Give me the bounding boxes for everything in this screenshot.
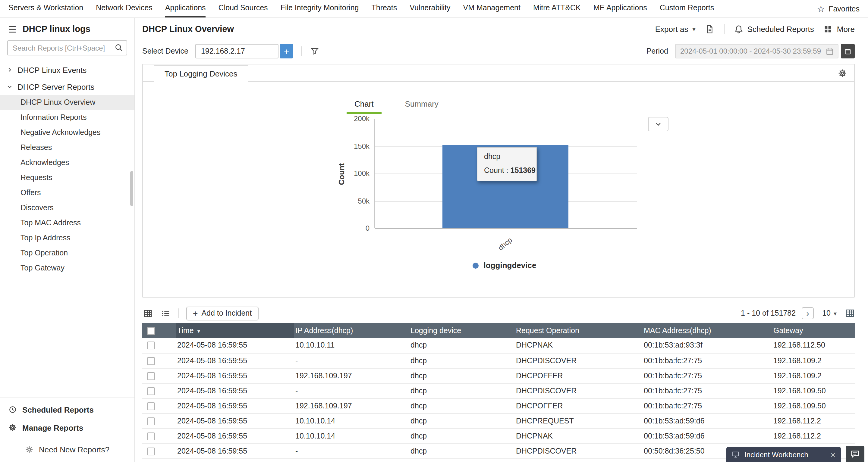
tab-summary[interactable]: Summary — [397, 99, 446, 114]
row-checkbox[interactable] — [147, 357, 155, 365]
row-checkbox[interactable] — [147, 372, 155, 380]
export-file-icon[interactable] — [705, 24, 714, 33]
row-checkbox[interactable] — [147, 342, 155, 350]
chart-view-tabs: Chart Summary — [347, 99, 446, 114]
table-row: 2024-05-08 16:59:55-dhcpDHCPDISCOVER00:1… — [142, 383, 855, 398]
sidebar-tree: DHCP Linux EventsDHCP Server ReportsDHCP… — [0, 61, 134, 397]
more-button[interactable]: More — [824, 24, 855, 33]
row-checkbox[interactable] — [147, 402, 155, 410]
sidebar-group[interactable]: DHCP Server Reports — [0, 78, 134, 95]
sidebar-item[interactable]: Top MAC Address — [0, 216, 134, 231]
close-icon[interactable]: × — [831, 450, 835, 459]
cell: 192.168.109.50 — [772, 383, 855, 398]
sidebar-scheduled-reports[interactable]: Scheduled Reports — [0, 401, 134, 419]
row-checkbox[interactable] — [147, 417, 155, 425]
nav-item-vm-management[interactable]: VM Management — [463, 0, 521, 18]
cell: DHCPDISCOVER — [515, 383, 643, 398]
cell: 192.168.109.2 — [772, 368, 855, 383]
nav-item-network-devices[interactable]: Network Devices — [96, 0, 153, 18]
period-input[interactable]: 2024-05-01 00:00:00 - 2024-05-30 23:59:5… — [675, 44, 838, 59]
cell — [294, 458, 409, 462]
sidebar-item[interactable]: Requests — [0, 170, 134, 186]
nav-item-servers-workstation[interactable]: Servers & Workstation — [8, 0, 83, 18]
scheduled-reports-label: Scheduled Reports — [22, 405, 94, 414]
nav-item-file-integrity-monitoring[interactable]: File Integrity Monitoring — [281, 0, 359, 18]
manage-reports-label: Manage Reports — [22, 423, 83, 432]
nav-item-threats[interactable]: Threats — [371, 0, 397, 18]
sidebar-group[interactable]: DHCP Linux Events — [0, 61, 134, 78]
chart-area: Chart Summary Count 200k150k100k50k0 dhc… — [143, 82, 854, 297]
need-new-reports-link[interactable]: Need New Reports? — [0, 437, 134, 462]
nav-item-mitre-att-ck[interactable]: Mitre ATT&CK — [533, 0, 581, 18]
select-all-checkbox[interactable] — [147, 327, 155, 335]
chevron-down-icon: ▾ — [834, 310, 837, 317]
sidebar-manage-reports[interactable]: Manage Reports — [0, 419, 134, 437]
column-header[interactable]: Gateway — [772, 323, 855, 338]
collapse-chart-button[interactable] — [648, 117, 669, 131]
sidebar-item[interactable]: DHCP Linux Overview — [0, 95, 134, 110]
filter-icon[interactable] — [311, 47, 319, 56]
clock-icon — [8, 405, 17, 414]
cell: 2024-05-08 16:59:55 — [176, 353, 294, 368]
pagination-range: 1 - 10 of 151782 — [741, 309, 796, 318]
cell: dhcp — [409, 383, 515, 398]
tab-top-logging-devices[interactable]: Top Logging Devices — [154, 65, 248, 82]
column-header[interactable]: Time▾ — [176, 323, 294, 338]
sidebar-item[interactable]: Negative Acknowledges — [0, 125, 134, 140]
export-as-button[interactable]: Export as ▾ — [655, 24, 695, 33]
sidebar-item[interactable]: Top Ip Address — [0, 231, 134, 246]
column-header[interactable]: Request Operation — [515, 323, 643, 338]
nav-item-applications[interactable]: Applications — [165, 0, 206, 18]
search-icon[interactable] — [115, 43, 123, 54]
next-page-button[interactable]: › — [802, 307, 814, 319]
sidebar-item[interactable]: Top Gateway — [0, 261, 134, 276]
cell: 2024-05-08 16:59:55 — [176, 398, 294, 413]
column-header[interactable]: MAC Address(dhcp) — [643, 323, 772, 338]
chat-button[interactable] — [846, 446, 864, 462]
cell: 192.168.109.197 — [294, 368, 409, 383]
cell: DHCPOFFER — [515, 368, 643, 383]
tab-chart[interactable]: Chart — [347, 99, 381, 114]
row-checkbox[interactable] — [147, 447, 155, 455]
export-table-icon[interactable] — [845, 308, 855, 318]
row-checkbox[interactable] — [147, 387, 155, 395]
nav-item-cloud-sources[interactable]: Cloud Sources — [218, 0, 268, 18]
cell: 192.168.112.2 — [772, 413, 855, 428]
sidebar-item[interactable]: Releases — [0, 140, 134, 156]
favorites-button[interactable]: ☆ Favorites — [817, 0, 860, 18]
chart-legend[interactable]: loggingdevice — [348, 261, 661, 270]
nav-item-custom-reports[interactable]: Custom Reports — [660, 0, 714, 18]
add-to-incident-button[interactable]: + Add to Incident — [186, 306, 258, 320]
sidebar-item[interactable]: Acknowledges — [0, 156, 134, 170]
column-header[interactable]: IP Address(dhcp) — [294, 323, 409, 338]
cell: 192.168.112.2 — [772, 428, 855, 443]
chevron-right-icon — [7, 67, 13, 73]
tooltip-series-name: dhcp — [484, 153, 536, 161]
cell: 10.10.10.11 — [294, 338, 409, 353]
list-view-button[interactable] — [160, 307, 171, 319]
calendar-button[interactable] — [841, 44, 855, 59]
device-input[interactable] — [195, 44, 279, 59]
row-checkbox[interactable] — [147, 432, 155, 440]
column-header[interactable]: Logging device — [409, 323, 515, 338]
scheduled-reports-button[interactable]: Scheduled Reports — [734, 24, 814, 33]
sidebar-item[interactable]: Information Reports — [0, 110, 134, 125]
legend-label: loggingdevice — [484, 261, 536, 270]
nav-item-vulnerability[interactable]: Vulnerability — [410, 0, 450, 18]
grid-view-button[interactable] — [142, 307, 154, 319]
search-input[interactable] — [7, 40, 127, 56]
table-row: 2024-05-08 16:59:55192.168.109.197dhcpDH… — [142, 368, 855, 383]
hamburger-menu-icon[interactable]: ☰ — [8, 24, 17, 33]
favorites-label: Favorites — [829, 4, 860, 13]
cell: dhcp — [409, 353, 515, 368]
sidebar-item[interactable]: Discovers — [0, 201, 134, 216]
sidebar-scrollbar[interactable] — [130, 171, 133, 206]
add-device-button[interactable]: + — [280, 44, 293, 59]
gear-icon[interactable] — [838, 69, 847, 78]
nav-item-me-applications[interactable]: ME Applications — [593, 0, 647, 18]
page-size-select[interactable]: 10 ▾ — [822, 309, 837, 318]
incident-workbench-bar[interactable]: Incident Workbench × — [726, 447, 841, 462]
calendar-clear-icon[interactable] — [826, 47, 834, 55]
sidebar-item[interactable]: Top Operation — [0, 246, 134, 261]
sidebar-item[interactable]: Offers — [0, 186, 134, 201]
